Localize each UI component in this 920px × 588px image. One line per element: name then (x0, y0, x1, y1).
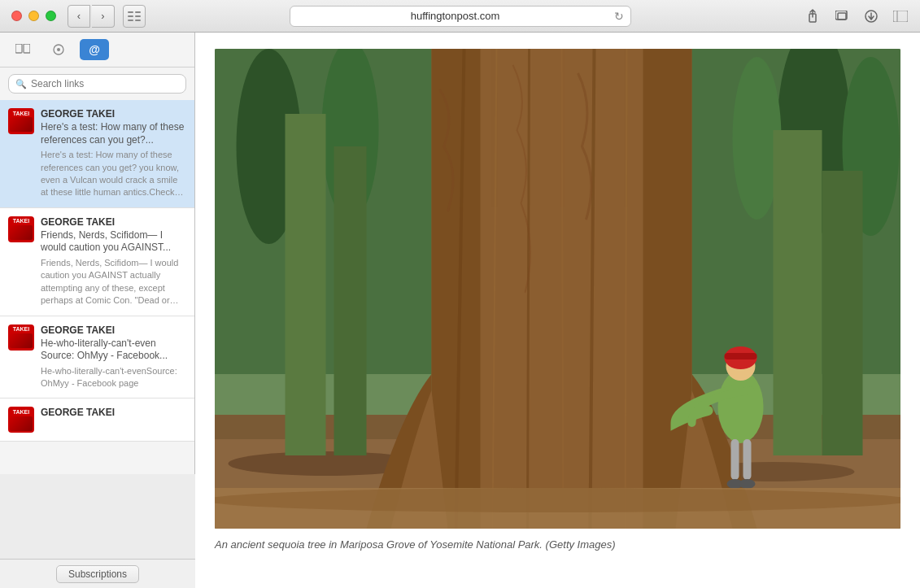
svg-rect-41 (743, 439, 752, 480)
svg-point-49 (215, 488, 900, 512)
svg-rect-7 (835, 11, 847, 20)
minimize-button[interactable] (28, 11, 39, 21)
feed-title-1: GEORGE TAKEI (41, 108, 186, 120)
feed-content-1: GEORGE TAKEI Here's a test: How many of … (41, 108, 186, 199)
feed-content-3: GEORGE TAKEI He-who-literally-can't-even… (41, 324, 186, 390)
avatar-george-4: TAKEI (8, 407, 34, 433)
downloads-button[interactable] (860, 5, 883, 28)
toolbar-right (801, 5, 912, 28)
traffic-lights (11, 11, 56, 21)
svg-rect-45 (822, 171, 863, 455)
article-image (215, 49, 900, 529)
feed-item-1[interactable]: TAKEI GEORGE TAKEI Here's a test: How ma… (0, 100, 194, 208)
feed-title-4: GEORGE TAKEI (41, 407, 186, 418)
tab-overview-button[interactable] (831, 5, 853, 28)
search-bar[interactable]: 🔍 (8, 74, 186, 94)
tab-bookmarks[interactable] (8, 39, 37, 60)
feed-content-4: GEORGE TAKEI (41, 407, 186, 433)
svg-rect-2 (128, 20, 133, 21)
nav-buttons: ‹ › (68, 5, 115, 28)
feed-preview-1: Here's a test: How many of these referen… (41, 149, 186, 199)
feed-title-2: GEORGE TAKEI (41, 216, 186, 228)
article-caption: An ancient sequoia tree in Mariposa Grov… (215, 537, 900, 553)
sidebar-wrapper: @ 🔍 TAKEI GEORGE TAKEI Here' (0, 33, 195, 588)
url-text: huffingtonpost.com (297, 10, 614, 22)
tab-shared-links[interactable]: @ (80, 39, 109, 60)
search-icon: 🔍 (15, 79, 27, 89)
tab-reading-list[interactable] (44, 39, 73, 60)
feed-title-3: GEORGE TAKEI (41, 324, 186, 336)
svg-rect-5 (135, 20, 141, 21)
svg-rect-39 (725, 353, 757, 359)
avatar-george-2: TAKEI (8, 216, 34, 242)
feed-headline-1: Here's a test: How many of these referen… (41, 121, 186, 146)
feed-headline-3: He-who-literally-can't-even Source: OhMy… (41, 338, 186, 363)
main-layout: @ 🔍 TAKEI GEORGE TAKEI Here' (0, 33, 920, 588)
sidebar: @ 🔍 TAKEI GEORGE TAKEI Here' (0, 33, 195, 474)
subscriptions-button[interactable]: Subscriptions (56, 565, 139, 583)
reload-button[interactable]: ↻ (614, 10, 624, 23)
feed-headline-2: Friends, Nerds, Scifidom— I would cautio… (41, 229, 186, 255)
svg-point-15 (57, 48, 60, 51)
feed-preview-3: He-who-literally-can't-evenSource: OhMyy… (41, 365, 186, 390)
svg-rect-1 (128, 15, 133, 17)
url-bar[interactable]: huffingtonpost.com ↻ (290, 6, 631, 27)
svg-rect-46 (286, 114, 326, 455)
feed-content-2: GEORGE TAKEI Friends, Nerds, Scifidom— I… (41, 216, 186, 307)
svg-line-32 (528, 49, 530, 529)
avatar-george-1: TAKEI (8, 108, 34, 134)
svg-rect-40 (731, 439, 739, 480)
svg-rect-12 (15, 44, 22, 53)
feed-preview-2: Friends, Nerds, Scifidom— I would cautio… (41, 257, 186, 307)
search-input[interactable] (31, 78, 179, 89)
titlebar: ‹ › huffingtonpost.com ↻ (0, 0, 920, 33)
sidebar-toggle-button[interactable] (889, 5, 912, 28)
back-button[interactable]: ‹ (68, 5, 90, 28)
svg-rect-4 (135, 15, 141, 17)
sequoia-image-svg (215, 49, 900, 529)
at-icon: @ (89, 43, 100, 56)
share-button[interactable] (801, 5, 824, 28)
sidebar-tabs: @ (0, 33, 194, 68)
feed-item-2[interactable]: TAKEI GEORGE TAKEI Friends, Nerds, Scifi… (0, 208, 194, 316)
svg-rect-13 (24, 44, 30, 53)
svg-rect-10 (893, 11, 908, 22)
feed-list: TAKEI GEORGE TAKEI Here's a test: How ma… (0, 100, 194, 474)
svg-point-36 (718, 370, 764, 443)
svg-rect-44 (774, 130, 822, 455)
subscriptions-bar: Subscriptions (0, 559, 195, 588)
svg-rect-47 (334, 146, 367, 455)
maximize-button[interactable] (46, 11, 56, 21)
svg-point-43 (739, 479, 756, 489)
content-area: An ancient sequoia tree in Mariposa Grov… (195, 33, 920, 588)
feed-item-3[interactable]: TAKEI GEORGE TAKEI He-who-literally-can'… (0, 316, 194, 399)
avatar-george-3: TAKEI (8, 324, 34, 351)
forward-button[interactable]: › (92, 5, 115, 28)
close-button[interactable] (11, 11, 22, 21)
reader-mode-button[interactable] (123, 5, 146, 28)
svg-rect-3 (135, 11, 141, 13)
svg-rect-8 (838, 13, 846, 20)
svg-rect-0 (128, 11, 133, 13)
feed-item-4[interactable]: TAKEI GEORGE TAKEI (0, 399, 194, 442)
